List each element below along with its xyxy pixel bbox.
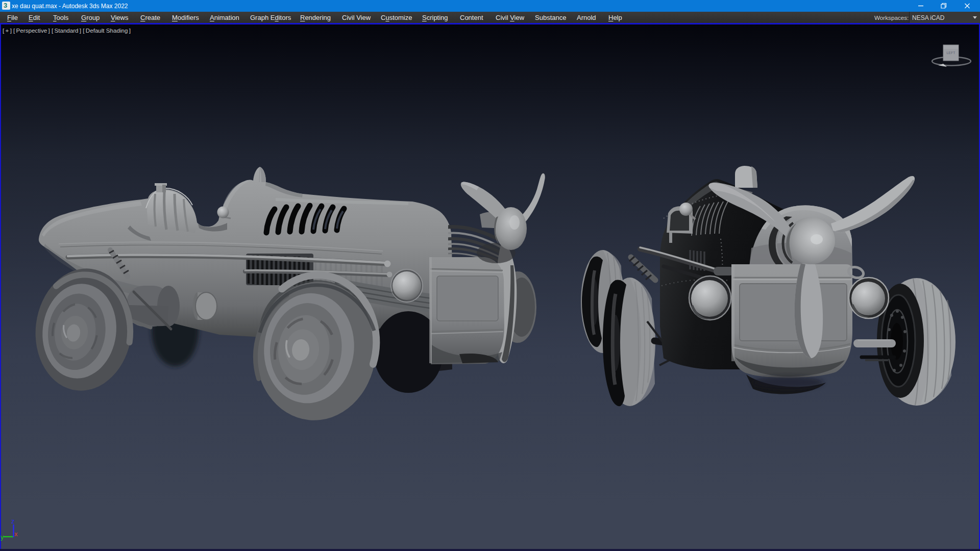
- svg-text:z: z: [11, 517, 15, 525]
- svg-text:y: y: [1, 533, 4, 541]
- svg-text:LEFT: LEFT: [946, 51, 955, 55]
- svg-text:x: x: [14, 530, 18, 538]
